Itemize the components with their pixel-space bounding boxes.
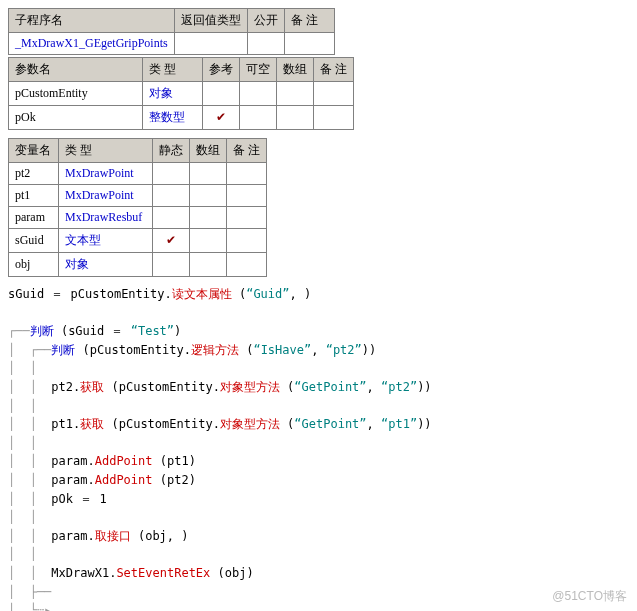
table-row: pt1MxDrawPoint: [9, 185, 267, 207]
var-static: [153, 185, 190, 207]
col-ref: 参考: [203, 58, 240, 82]
var-name[interactable]: pt2: [9, 163, 59, 185]
params-table: 参数名 类 型 参考 可空 数组 备 注 pCustomEntity 对象 pO…: [8, 57, 354, 130]
col-remark: 备 注: [227, 139, 267, 163]
code-line: pOk ＝ 1: [51, 492, 106, 506]
param-type[interactable]: 对象: [143, 82, 203, 106]
col-array: 数组: [277, 58, 314, 82]
code-block[interactable]: sGuid ＝ pCustomEntity.读文本属性 (“Guid”, ) ┌…: [8, 285, 629, 611]
var-name[interactable]: pt1: [9, 185, 59, 207]
code-line: pt1.获取 (pCustomEntity.对象型方法 (“GetPoint”,…: [51, 417, 431, 431]
vars-table: 变量名 类 型 静态 数组 备 注 pt2MxDrawPoint pt1MxDr…: [8, 138, 267, 277]
subroutine-table: 子程序名 返回值类型 公开 备 注 _MxDrawX1_GEgetGripPoi…: [8, 8, 335, 55]
var-type[interactable]: MxDrawResbuf: [59, 207, 153, 229]
var-static: [153, 253, 190, 277]
code-line: param.取接口 (obj, ): [51, 529, 188, 543]
col-static: 静态: [153, 139, 190, 163]
var-type[interactable]: 文本型: [59, 229, 153, 253]
col-null: 可空: [240, 58, 277, 82]
var-static: [153, 207, 190, 229]
col-remark: 备 注: [314, 58, 354, 82]
col-return-type: 返回值类型: [174, 9, 247, 33]
code-line: pt2.获取 (pCustomEntity.对象型方法 (“GetPoint”,…: [51, 380, 431, 394]
col-sub-name: 子程序名: [9, 9, 175, 33]
var-name[interactable]: param: [9, 207, 59, 229]
watermark: @51CTO博客: [552, 588, 627, 605]
code-line: param.AddPoint (pt1): [51, 454, 196, 468]
col-array: 数组: [190, 139, 227, 163]
param-ref: ✔: [203, 106, 240, 130]
table-row: pCustomEntity 对象: [9, 82, 354, 106]
table-row: paramMxDrawResbuf: [9, 207, 267, 229]
col-type: 类 型: [59, 139, 153, 163]
col-var-name: 变量名: [9, 139, 59, 163]
code-line: sGuid ＝ pCustomEntity.读文本属性 (“Guid”, ): [8, 287, 311, 301]
table-row: obj对象: [9, 253, 267, 277]
var-name[interactable]: obj: [9, 253, 59, 277]
param-name[interactable]: pCustomEntity: [9, 82, 143, 106]
var-static: [153, 163, 190, 185]
code-line: MxDrawX1.SetEventRetEx (obj): [51, 566, 253, 580]
param-name[interactable]: pOk: [9, 106, 143, 130]
var-type[interactable]: 对象: [59, 253, 153, 277]
table-row: pOk 整数型 ✔: [9, 106, 354, 130]
table-row: pt2MxDrawPoint: [9, 163, 267, 185]
code-line: param.AddPoint (pt2): [51, 473, 196, 487]
table-row: _MxDrawX1_GEgetGripPoints: [9, 33, 335, 55]
col-remark: 备 注: [284, 9, 334, 33]
var-static: ✔: [153, 229, 190, 253]
code-line: 判断 (sGuid ＝ “Test”): [30, 324, 182, 338]
table-row: sGuid文本型✔: [9, 229, 267, 253]
col-type: 类 型: [143, 58, 203, 82]
col-param-name: 参数名: [9, 58, 143, 82]
col-public: 公开: [247, 9, 284, 33]
var-name[interactable]: sGuid: [9, 229, 59, 253]
sub-name[interactable]: _MxDrawX1_GEgetGripPoints: [9, 33, 175, 55]
var-type[interactable]: MxDrawPoint: [59, 185, 153, 207]
param-type[interactable]: 整数型: [143, 106, 203, 130]
param-ref: [203, 82, 240, 106]
code-line: 判断 (pCustomEntity.逻辑方法 (“IsHave”, “pt2”)…: [51, 343, 376, 357]
var-type[interactable]: MxDrawPoint: [59, 163, 153, 185]
